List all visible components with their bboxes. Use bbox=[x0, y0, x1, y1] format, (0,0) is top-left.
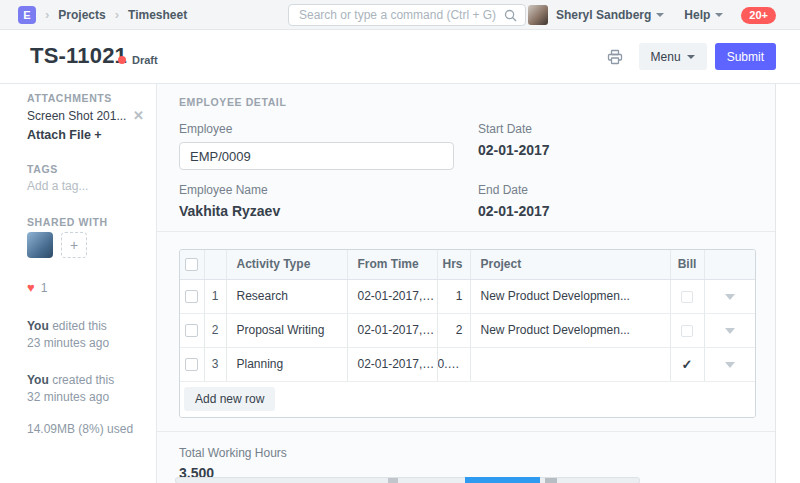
hours-cell[interactable]: 0.500 bbox=[437, 347, 470, 381]
navbar-right: Sheryl Sandberg Help 20+ bbox=[528, 0, 776, 30]
row-expand-cell[interactable] bbox=[704, 347, 755, 381]
end-date-field: End Date 02-01-2017 bbox=[478, 183, 753, 219]
bill-checkbox[interactable] bbox=[681, 291, 693, 303]
row-checkbox[interactable] bbox=[185, 290, 198, 303]
bill-cell[interactable] bbox=[670, 279, 704, 313]
activity-type-cell[interactable]: Proposal Writing bbox=[226, 313, 347, 347]
time-log-grid: Activity Type From Time Hrs Project Bill… bbox=[179, 249, 756, 418]
select-all-checkbox[interactable] bbox=[185, 258, 198, 271]
title-bar: TS-11021 Draft Menu Submit bbox=[0, 30, 800, 84]
shared-with-section-label: SHARED WITH bbox=[27, 216, 144, 228]
bill-checkbox[interactable] bbox=[681, 325, 693, 337]
remove-attachment-icon[interactable]: ✕ bbox=[133, 108, 144, 123]
hrs-header: Hrs bbox=[437, 250, 470, 279]
table-row: 2 Proposal Writing 02-01-2017, 3:... 2 N… bbox=[180, 313, 755, 347]
employee-detail-section: EMPLOYEE DETAIL Employee Start Date 02-0… bbox=[157, 84, 775, 232]
attach-file-button[interactable]: Attach File + bbox=[27, 128, 144, 142]
edited-by: You bbox=[27, 319, 49, 333]
project-cell[interactable] bbox=[470, 347, 670, 381]
grid-header-row: Activity Type From Time Hrs Project Bill bbox=[180, 250, 755, 279]
chevron-down-icon bbox=[687, 55, 695, 59]
search-icon bbox=[504, 8, 517, 26]
add-tag-input[interactable]: Add a tag... bbox=[27, 179, 144, 193]
totals-section: Total Working Hours 3.500 bbox=[157, 432, 775, 483]
row-select-cell bbox=[180, 313, 204, 347]
cutoff-fragment bbox=[545, 478, 557, 483]
start-date-value: 02-01-2017 bbox=[478, 142, 753, 158]
status-dot-icon bbox=[118, 56, 126, 64]
time-log-section: Activity Type From Time Hrs Project Bill… bbox=[157, 232, 775, 432]
bill-cell[interactable]: ✓ bbox=[670, 347, 704, 381]
chevron-down-icon bbox=[725, 294, 735, 300]
project-cell[interactable]: New Product Developmen... bbox=[470, 279, 670, 313]
employee-label: Employee bbox=[179, 122, 454, 136]
submit-button-label: Submit bbox=[727, 50, 764, 64]
menu-button-label: Menu bbox=[651, 50, 681, 64]
section-heading: EMPLOYEE DETAIL bbox=[179, 96, 753, 108]
page-title: TS-11021 bbox=[30, 43, 127, 69]
edited-action: edited this bbox=[52, 319, 107, 333]
edited-info: You edited this 23 minutes ago bbox=[27, 318, 144, 352]
end-date-value: 02-01-2017 bbox=[478, 203, 753, 219]
title-actions: Menu Submit bbox=[607, 43, 776, 70]
breadcrumb-timesheet[interactable]: Timesheet bbox=[128, 8, 187, 22]
help-menu[interactable]: Help bbox=[684, 8, 710, 22]
table-row: 3 Planning 02-01-2017, 5:... 0.500 ✓ bbox=[180, 347, 755, 381]
heart-icon[interactable]: ♥ bbox=[27, 280, 35, 295]
hours-cell[interactable]: 2 bbox=[437, 313, 470, 347]
edited-time: 23 minutes ago bbox=[27, 336, 109, 350]
row-select-cell bbox=[180, 279, 204, 313]
navbar: E › Projects › Timesheet Sheryl Sandberg… bbox=[0, 0, 800, 30]
row-checkbox[interactable] bbox=[185, 324, 198, 337]
activity-type-cell[interactable]: Planning bbox=[226, 347, 347, 381]
breadcrumb-chevron-icon: › bbox=[45, 7, 49, 22]
tags-section-label: TAGS bbox=[27, 163, 144, 175]
end-date-label: End Date bbox=[478, 183, 753, 197]
row-expand-cell[interactable] bbox=[704, 313, 755, 347]
employee-name-value: Vakhita Ryzaev bbox=[179, 203, 454, 219]
print-icon[interactable] bbox=[607, 49, 623, 65]
chevron-down-icon bbox=[656, 13, 664, 17]
notifications-badge[interactable]: 20+ bbox=[741, 7, 776, 24]
search-input[interactable] bbox=[288, 4, 526, 26]
form-body: EMPLOYEE DETAIL Employee Start Date 02-0… bbox=[157, 84, 776, 483]
menu-button[interactable]: Menu bbox=[639, 43, 707, 70]
activity-type-cell[interactable]: Research bbox=[226, 279, 347, 313]
chevron-down-icon bbox=[715, 13, 723, 17]
breadcrumb-chevron-icon: › bbox=[115, 7, 119, 22]
row-select-cell bbox=[180, 347, 204, 381]
form-sidebar: ATTACHMENTS Screen Shot 201... ✕ Attach … bbox=[0, 84, 157, 483]
table-row: 1 Research 02-01-2017, 12... 1 New Produ… bbox=[180, 279, 755, 313]
add-share-button[interactable]: + bbox=[61, 232, 87, 258]
timesheet-page: E › Projects › Timesheet Sheryl Sandberg… bbox=[0, 0, 800, 483]
created-action: created this bbox=[52, 373, 114, 387]
row-expand-cell[interactable] bbox=[704, 279, 755, 313]
cutoff-fragment bbox=[388, 478, 398, 483]
bill-cell[interactable] bbox=[670, 313, 704, 347]
cutoff-bar bbox=[175, 477, 640, 483]
user-avatar[interactable] bbox=[528, 5, 548, 25]
index-header bbox=[204, 250, 226, 279]
activity-type-header: Activity Type bbox=[226, 250, 347, 279]
from-time-cell[interactable]: 02-01-2017, 12... bbox=[347, 279, 437, 313]
row-index: 3 bbox=[204, 347, 226, 381]
hours-cell[interactable]: 1 bbox=[437, 279, 470, 313]
employee-input[interactable] bbox=[179, 142, 454, 170]
shared-user-avatar[interactable] bbox=[27, 232, 53, 258]
row-index: 2 bbox=[204, 313, 226, 347]
row-checkbox[interactable] bbox=[185, 358, 198, 371]
from-time-cell[interactable]: 02-01-2017, 5:... bbox=[347, 347, 437, 381]
attachment-link[interactable]: Screen Shot 201... bbox=[27, 109, 126, 123]
chevron-down-icon bbox=[725, 328, 735, 334]
submit-button[interactable]: Submit bbox=[715, 43, 776, 70]
add-new-row-button[interactable]: Add new row bbox=[184, 387, 275, 411]
from-time-cell[interactable]: 02-01-2017, 3:... bbox=[347, 313, 437, 347]
project-cell[interactable]: New Product Developmen... bbox=[470, 313, 670, 347]
chevron-down-icon bbox=[725, 362, 735, 368]
from-time-header: From Time bbox=[347, 250, 437, 279]
app-logo[interactable]: E bbox=[18, 6, 36, 24]
likes-count: 1 bbox=[41, 281, 48, 295]
attachments-section-label: ATTACHMENTS bbox=[27, 92, 144, 104]
user-menu[interactable]: Sheryl Sandberg bbox=[556, 8, 651, 22]
breadcrumb-projects[interactable]: Projects bbox=[58, 8, 105, 22]
